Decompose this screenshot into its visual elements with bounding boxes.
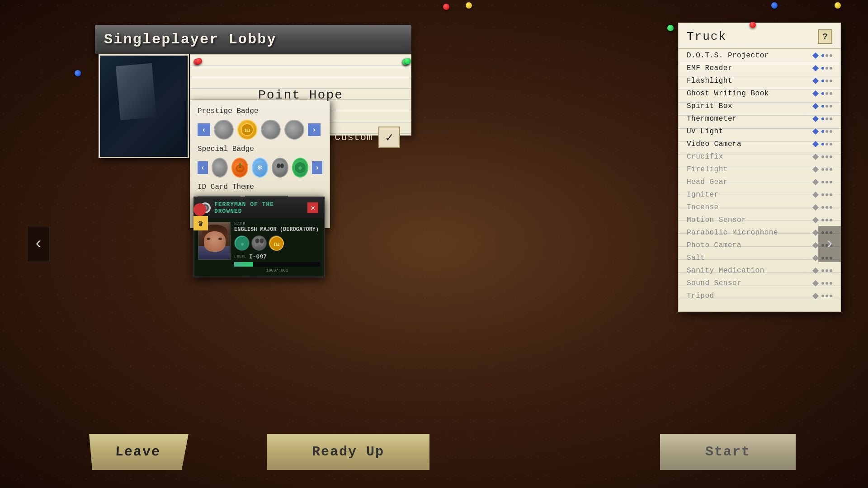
truck-item[interactable]: EMF Reader <box>679 62 840 75</box>
truck-item[interactable]: Parabolic Microphone <box>679 226 840 239</box>
prestige-badge-title: Prestige Badge <box>198 107 322 115</box>
truck-slot-dot <box>821 117 824 120</box>
truck-slot-dot <box>821 193 824 196</box>
truck-panel: Truck ? D.O.T.S. ProjectorEMF ReaderFlas… <box>678 23 841 312</box>
truck-item[interactable]: Video Camera <box>679 138 840 150</box>
svg-point-10 <box>280 164 284 168</box>
truck-slot-dot <box>830 143 832 145</box>
special-badge-row: ‹ ❄ ⚛ <box>198 158 322 178</box>
truck-item-name: Thermometer <box>687 115 810 123</box>
truck-slot-dot <box>830 92 832 95</box>
prestige-badge-empty-1 <box>214 120 234 140</box>
svg-text:❄: ❄ <box>258 164 262 172</box>
truck-item-slots <box>821 92 832 95</box>
truck-item[interactable]: Tripod <box>679 290 840 302</box>
svg-point-27 <box>260 239 264 244</box>
prestige-badge-prev[interactable]: ‹ <box>198 123 210 136</box>
pin-decoration <box>196 58 202 64</box>
truck-item[interactable]: Photo Camera <box>679 239 840 252</box>
truck-item-name: D.O.T.S. Projector <box>687 52 810 60</box>
truck-slot-dot <box>821 181 824 183</box>
truck-item[interactable]: Thermometer <box>679 113 840 125</box>
truck-item-name: Video Camera <box>687 140 810 148</box>
level-label: LEVEL <box>234 255 246 259</box>
prev-arrow[interactable]: ‹ <box>27 226 50 262</box>
popup-close-button[interactable]: ✕ <box>307 202 318 213</box>
xp-bar <box>234 262 253 267</box>
custom-label: Custom <box>335 132 373 143</box>
truck-item-slots <box>821 181 832 183</box>
svg-point-28 <box>256 245 263 250</box>
pin-decoration <box>75 70 81 76</box>
svg-text:⚛: ⚛ <box>241 241 244 248</box>
custom-checkbox[interactable] <box>378 127 400 148</box>
truck-item[interactable]: Sound Sensor <box>679 277 840 290</box>
truck-item[interactable]: D.O.T.S. Projector <box>679 49 840 62</box>
truck-item[interactable]: Head Gear <box>679 176 840 188</box>
truck-slot-dot <box>821 67 824 70</box>
truck-slot-dot <box>826 168 828 171</box>
truck-slot-dot <box>821 130 824 133</box>
pin-decoration <box>667 25 674 31</box>
truck-slot-dot <box>821 219 824 221</box>
truck-item-slots <box>821 80 832 82</box>
truck-item-diamond <box>812 154 819 160</box>
truck-item[interactable]: Igniter <box>679 188 840 201</box>
truck-slot-dot <box>830 67 832 70</box>
special-badge-empty <box>212 158 228 178</box>
truck-item[interactable]: UV Light <box>679 125 840 138</box>
prestige-badge-active: IΩ <box>237 120 257 140</box>
truck-slot-dot <box>830 181 832 183</box>
truck-item-slots <box>821 219 832 221</box>
truck-slot-dot <box>821 295 824 297</box>
truck-slot-dot <box>826 67 828 70</box>
prestige-badge-empty-3 <box>284 120 304 140</box>
truck-item-name: Flashlight <box>687 77 810 85</box>
name-label: NAME <box>234 222 320 226</box>
truck-slot-dot <box>830 219 832 221</box>
popup-badge-1: ⚛ <box>234 235 250 251</box>
truck-item[interactable]: Crucifix <box>679 150 840 163</box>
truck-item-name: Parabolic Microphone <box>687 229 810 237</box>
special-badge-snow: ❄ <box>252 158 269 178</box>
truck-item[interactable]: Spirit Box <box>679 100 840 113</box>
truck-slot-dot <box>830 80 832 82</box>
truck-slot-dot <box>826 143 828 145</box>
truck-header: Truck ? <box>679 23 840 49</box>
truck-slot-dot <box>830 155 832 158</box>
special-badge-alien <box>272 158 288 178</box>
truck-slot-dot <box>821 282 824 285</box>
truck-item-diamond <box>812 255 819 261</box>
truck-help-button[interactable]: ? <box>818 29 832 44</box>
special-badge-green: ⚛ <box>292 158 309 178</box>
next-arrow[interactable]: › <box>818 226 841 262</box>
truck-item-name: Sanity Medication <box>687 267 810 275</box>
truck-item-slots <box>821 117 832 120</box>
pin-decoration <box>443 4 449 10</box>
truck-slot-dot <box>830 295 832 297</box>
start-button[interactable]: Start <box>660 434 796 470</box>
leave-button[interactable]: Leave <box>87 434 189 470</box>
truck-slot-dot <box>826 117 828 120</box>
ready-up-button[interactable]: Ready Up <box>267 434 429 470</box>
special-badge-next[interactable]: › <box>312 161 322 174</box>
truck-item-slots <box>821 282 832 285</box>
truck-item[interactable]: Salt <box>679 252 840 264</box>
special-badge-prev[interactable]: ‹ <box>198 161 208 174</box>
truck-item[interactable]: Firelight <box>679 163 840 176</box>
pin-decoration <box>750 22 756 28</box>
truck-item[interactable]: Incense <box>679 201 840 214</box>
next-arrow-icon: › <box>825 235 835 253</box>
truck-item[interactable]: Flashlight <box>679 75 840 87</box>
truck-item[interactable]: Sanity Medication <box>679 264 840 277</box>
truck-item[interactable]: Ghost Writing Book <box>679 87 840 100</box>
truck-slot-dot <box>826 80 828 82</box>
truck-item-name: Motion Sensor <box>687 216 810 224</box>
svg-text:⚛: ⚛ <box>298 164 302 172</box>
prev-arrow-icon: ‹ <box>33 235 43 253</box>
prestige-badge-next[interactable]: › <box>308 123 321 136</box>
truck-item[interactable]: Motion Sensor <box>679 214 840 226</box>
truck-item-name: Salt <box>687 254 810 262</box>
truck-item-slots <box>821 206 832 209</box>
truck-item-slots <box>821 54 832 57</box>
